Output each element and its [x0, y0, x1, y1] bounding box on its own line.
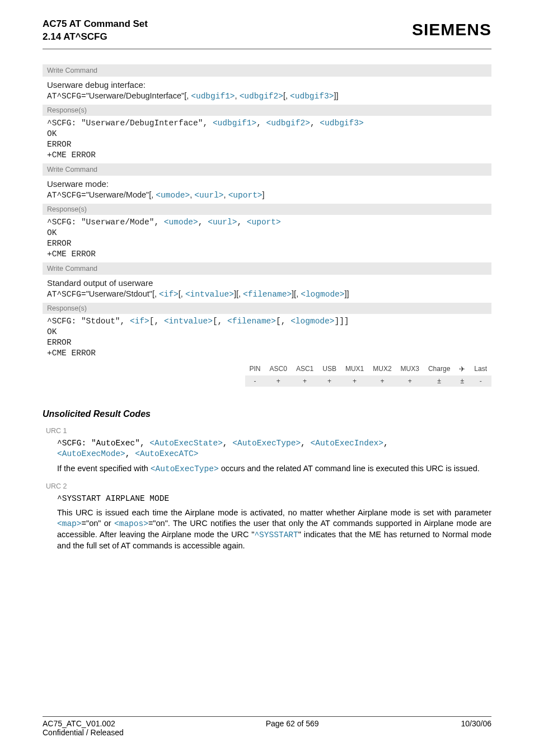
header-left: AC75 AT Command Set 2.14 AT^SCFG: [43, 18, 148, 44]
param[interactable]: <udbgif2>: [266, 119, 310, 128]
urc2-description: This URC is issued each time the Airplan…: [57, 508, 491, 551]
sep: ]]]: [334, 317, 349, 326]
cmd-literal: "Userware/DebugInterface"[: [86, 91, 187, 100]
brand-logo: SIEMENS: [412, 20, 491, 39]
param[interactable]: <uport>: [247, 218, 281, 227]
block-subtitle: Userware debug interface:: [43, 77, 491, 91]
resp-literal: "Stdout": [81, 317, 120, 326]
param[interactable]: <AutoExecIndex>: [311, 439, 384, 448]
footer-rule: [43, 716, 491, 717]
response-line: ^SCFG: "Stdout", <if>[, <intvalue>[, <fi…: [43, 316, 491, 327]
param[interactable]: <map>: [57, 519, 82, 528]
param[interactable]: ^SYSSTART: [254, 530, 298, 539]
footer: AC75_ATC_V01.002 Confidential / Released…: [43, 716, 491, 737]
write-command-block-1: Write Command Userware debug interface: …: [43, 64, 491, 163]
param[interactable]: <mapos>: [114, 519, 148, 528]
param[interactable]: <if>: [130, 317, 149, 326]
cell: +: [368, 375, 396, 387]
support-matrix-table: PIN ASC0 ASC1 USB MUX1 MUX2 MUX3 Charge …: [245, 363, 492, 387]
col-mux3: MUX3: [396, 363, 424, 375]
footer-date: 10/30/06: [461, 719, 492, 737]
write-command-block-3: Write Command Standard output of userwar…: [43, 262, 491, 361]
param[interactable]: <logmode>: [301, 290, 344, 299]
sep: ,: [256, 119, 266, 128]
cmd-literal: "Userware/Stdout"[: [86, 289, 154, 298]
text: If the event specified with: [57, 464, 151, 473]
sep: ,: [301, 439, 310, 448]
sep: [208, 119, 213, 128]
cell: -: [470, 375, 491, 387]
header: AC75 AT Command Set 2.14 AT^SCFG SIEMENS: [43, 18, 491, 44]
cme-error-line: +CME ERROR: [43, 150, 491, 163]
doc-section: 2.14 AT^SCFG: [43, 31, 148, 44]
urc2-code: ^SYSSTART AIRPLANE MODE: [57, 494, 491, 505]
sep: ,: [235, 91, 240, 100]
sep: [,: [149, 317, 164, 326]
cmd-prefix: AT^SCFG=: [47, 191, 86, 200]
param[interactable]: <filename>: [227, 317, 276, 326]
cell: ±: [455, 375, 470, 387]
header-rule: [43, 48, 491, 50]
doc-confidentiality: Confidential / Released: [43, 728, 124, 737]
param[interactable]: <umode>: [156, 191, 190, 200]
doc-version: AC75_ATC_V01.002: [43, 719, 124, 728]
param[interactable]: <AutoExecType>: [232, 439, 301, 448]
cell: -: [245, 375, 265, 387]
response-label: Response(s): [43, 303, 491, 314]
resp-prefix: ^SCFG:: [47, 317, 81, 326]
param[interactable]: <AutoExecState>: [149, 439, 223, 448]
param[interactable]: <AutoExecMode>: [57, 449, 125, 458]
table-header-row: PIN ASC0 ASC1 USB MUX1 MUX2 MUX3 Charge …: [245, 363, 492, 375]
response-line: ^SCFG: "Userware/DebugInterface", <udbgi…: [43, 118, 491, 129]
cell: +: [292, 375, 318, 387]
urc1-description: If the event specified with <AutoExecTyp…: [57, 463, 491, 475]
param[interactable]: <uurl>: [208, 218, 237, 227]
cmd-prefix: AT^SCFG=: [47, 290, 86, 299]
param[interactable]: <uurl>: [194, 191, 223, 200]
param[interactable]: <intvalue>: [164, 317, 213, 326]
param[interactable]: <AutoExecType>: [151, 464, 219, 473]
param[interactable]: <udbgif1>: [213, 119, 256, 128]
param[interactable]: <AutoExecATC>: [135, 449, 198, 458]
response-label: Response(s): [43, 105, 491, 116]
param[interactable]: <logmode>: [291, 317, 334, 326]
param[interactable]: <umode>: [164, 218, 198, 227]
sep: ]]: [334, 91, 338, 100]
param[interactable]: <udbgif1>: [191, 92, 235, 101]
airplane-icon: ✈: [459, 365, 465, 373]
text: This URC is issued each time the Airplan…: [57, 508, 491, 517]
sep: ,: [224, 190, 228, 199]
param[interactable]: <intvalue>: [185, 290, 234, 299]
cmd-literal: "Userware/Mode"[: [86, 190, 152, 199]
col-charge: Charge: [424, 363, 455, 375]
param[interactable]: <filename>: [243, 290, 292, 299]
sep: [159, 218, 164, 227]
urc2-label: URC 2: [46, 482, 491, 490]
command-line: AT^SCFG="Userware/Mode"[, <umode>, <uurl…: [43, 190, 491, 204]
sep: ,: [310, 119, 320, 128]
col-asc1: ASC1: [292, 363, 318, 375]
param[interactable]: <if>: [159, 290, 179, 299]
ok-line: OK: [43, 228, 491, 238]
cell: ±: [424, 375, 455, 387]
table-row: - + + + + + + ± ± -: [245, 375, 492, 387]
command-line: AT^SCFG="Userware/Stdout"[, <if>[, <intv…: [43, 289, 491, 303]
ok-line: OK: [43, 129, 491, 139]
param[interactable]: <udbgif2>: [240, 92, 283, 101]
sep: [,: [276, 317, 291, 326]
error-line: ERROR: [43, 238, 491, 249]
text: occurs and the related AT command line i…: [219, 464, 480, 473]
doc-title: AC75 AT Command Set: [43, 18, 148, 31]
cmd-prefix: AT^SCFG=: [47, 92, 86, 101]
write-command-label: Write Command: [43, 64, 491, 77]
param[interactable]: <udbgif3>: [320, 119, 363, 128]
param[interactable]: <udbgif3>: [290, 92, 334, 101]
footer-left: AC75_ATC_V01.002 Confidential / Released: [43, 719, 124, 737]
param[interactable]: <uport>: [228, 191, 263, 200]
error-line: ERROR: [43, 139, 491, 150]
sep: ][,: [234, 289, 243, 298]
resp-literal: "Userware/DebugInterface",: [81, 119, 208, 128]
page: AC75 AT Command Set 2.14 AT^SCFG SIEMENS…: [0, 0, 534, 756]
col-mux2: MUX2: [368, 363, 396, 375]
write-command-label: Write Command: [43, 262, 491, 275]
